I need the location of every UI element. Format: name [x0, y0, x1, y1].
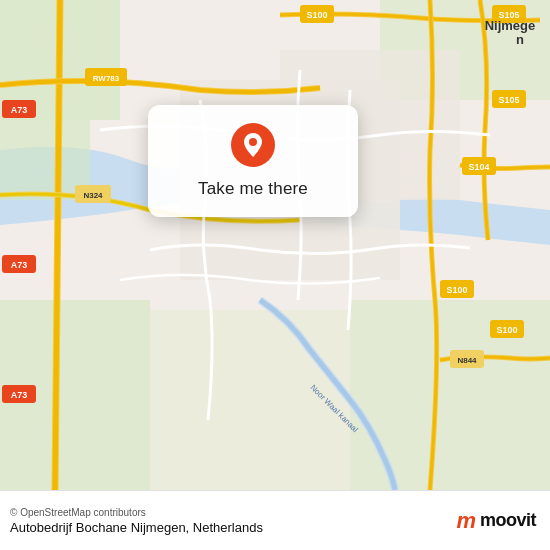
map-background: A73 A73 A73 RW783 N324 S100 S100 S100 S1… [0, 0, 550, 490]
svg-text:N844: N844 [457, 356, 477, 365]
svg-point-37 [249, 138, 257, 146]
svg-text:S100: S100 [496, 325, 517, 335]
take-me-there-button[interactable]: Take me there [198, 177, 308, 201]
moovit-m-letter: m [456, 508, 475, 534]
svg-text:A73: A73 [11, 105, 28, 115]
svg-text:n: n [516, 32, 524, 47]
svg-text:S105: S105 [498, 95, 519, 105]
bottom-left-info: © OpenStreetMap contributors Autobedrijf… [10, 507, 263, 535]
svg-text:S100: S100 [446, 285, 467, 295]
svg-text:S100: S100 [306, 10, 327, 20]
osm-credit: © OpenStreetMap contributors [10, 507, 263, 518]
svg-text:S104: S104 [468, 162, 489, 172]
location-name: Autobedrijf Bochane Nijmegen, Netherland… [10, 520, 263, 535]
map-pin-icon [231, 123, 275, 167]
moovit-wordmark: moovit [480, 510, 536, 531]
moovit-logo: m moovit [456, 508, 536, 534]
svg-text:Nijmege: Nijmege [485, 18, 536, 33]
svg-text:A73: A73 [11, 260, 28, 270]
svg-text:RW783: RW783 [93, 74, 120, 83]
svg-text:N324: N324 [83, 191, 103, 200]
svg-text:A73: A73 [11, 390, 28, 400]
location-callout: Take me there [148, 105, 358, 217]
map-container: A73 A73 A73 RW783 N324 S100 S100 S100 S1… [0, 0, 550, 490]
bottom-bar: © OpenStreetMap contributors Autobedrijf… [0, 490, 550, 550]
